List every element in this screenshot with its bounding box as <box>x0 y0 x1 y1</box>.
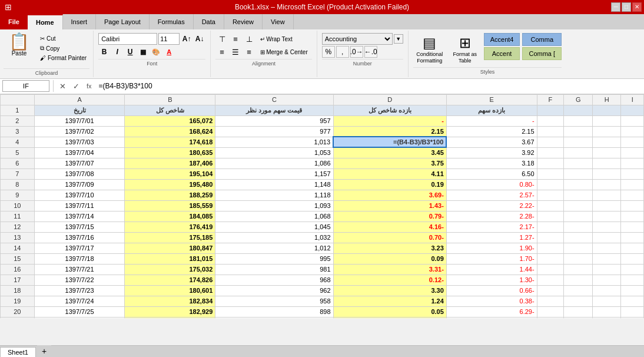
insert-function-button[interactable]: fx <box>84 82 94 90</box>
cell-7-H[interactable] <box>593 168 621 179</box>
cell-21-B[interactable]: 188,575 <box>125 317 215 318</box>
name-box[interactable] <box>2 80 49 92</box>
header-cell-D[interactable]: بازده شاخص کل <box>333 105 446 115</box>
align-center-button[interactable]: ☰ <box>229 46 242 58</box>
cell-19-I[interactable] <box>621 296 644 306</box>
cell-6-G[interactable] <box>564 158 593 168</box>
cell-11-B[interactable]: 184,085 <box>125 211 215 222</box>
cell-7-F[interactable] <box>537 168 564 179</box>
cell-19-B[interactable]: 182,834 <box>125 296 215 306</box>
cell-21-F[interactable] <box>537 317 564 318</box>
cell-3-C[interactable]: 977 <box>215 126 333 137</box>
header-cell-H[interactable] <box>593 105 621 115</box>
row-header-16[interactable]: 16 <box>1 264 35 275</box>
cell-6-A[interactable]: 1397/7/07 <box>34 158 125 168</box>
col-header-e[interactable]: E <box>446 94 537 105</box>
cell-12-E[interactable]: 2.17- <box>446 222 537 232</box>
cell-2-G[interactable] <box>564 115 593 126</box>
cell-16-A[interactable]: 1397/7/21 <box>34 264 125 275</box>
cell-10-B[interactable]: 185,559 <box>125 200 215 211</box>
cell-20-H[interactable] <box>593 306 621 317</box>
cell-10-D[interactable]: 1.43- <box>333 200 446 211</box>
cell-14-I[interactable] <box>621 243 644 253</box>
cell-21-E[interactable]: 0.98 <box>446 317 537 318</box>
cell-14-G[interactable] <box>564 243 593 253</box>
row-header-11[interactable]: 11 <box>1 211 35 222</box>
cell-3-H[interactable] <box>593 126 621 137</box>
cell-10-A[interactable]: 1397/7/11 <box>34 200 125 211</box>
cell-10-H[interactable] <box>593 200 621 211</box>
comma-bracket-button[interactable]: Comma [ <box>522 47 562 60</box>
fill-color-button[interactable]: 🎨 <box>150 46 162 58</box>
cell-16-C[interactable]: 981 <box>215 264 333 275</box>
cell-6-H[interactable] <box>593 158 621 168</box>
row-header-8[interactable]: 8 <box>1 179 35 190</box>
col-header-g[interactable]: G <box>564 94 593 105</box>
header-cell-F[interactable] <box>537 105 564 115</box>
cell-20-A[interactable]: 1397/7/25 <box>34 306 125 317</box>
cell-21-C[interactable]: 907 <box>215 317 333 318</box>
comma-style-button[interactable]: , <box>336 46 349 58</box>
cell-7-I[interactable] <box>621 168 644 179</box>
cell-17-I[interactable] <box>621 275 644 285</box>
row-header-15[interactable]: 15 <box>1 253 35 264</box>
cell-2-D[interactable]: - <box>333 115 446 126</box>
cell-6-D[interactable]: 3.75 <box>333 158 446 168</box>
cell-7-B[interactable]: 195,104 <box>125 168 215 179</box>
italic-button[interactable]: I <box>111 46 123 58</box>
cell-5-H[interactable] <box>593 147 621 158</box>
cell-4-G[interactable] <box>564 137 593 147</box>
cell-8-F[interactable] <box>537 179 564 190</box>
cell-15-I[interactable] <box>621 253 644 264</box>
cell-5-A[interactable]: 1397/7/04 <box>34 147 125 158</box>
cell-11-C[interactable]: 1,068 <box>215 211 333 222</box>
col-header-b[interactable]: B <box>125 94 215 105</box>
cell-5-D[interactable]: 3.45 <box>333 147 446 158</box>
cell-16-B[interactable]: 175,032 <box>125 264 215 275</box>
cell-17-H[interactable] <box>593 275 621 285</box>
cell-18-G[interactable] <box>564 285 593 296</box>
cell-13-I[interactable] <box>621 232 644 243</box>
accent-button[interactable]: Accent <box>484 47 520 60</box>
decrease-font-button[interactable]: A↓ <box>194 33 205 45</box>
cell-18-D[interactable]: 3.30 <box>333 285 446 296</box>
decrease-decimal-button[interactable]: ←.0 <box>364 46 377 58</box>
border-button[interactable]: ▦ <box>137 46 149 58</box>
row-header-19[interactable]: 19 <box>1 296 35 306</box>
cell-6-C[interactable]: 1,086 <box>215 158 333 168</box>
align-middle-button[interactable]: ≡ <box>229 33 242 45</box>
cell-15-D[interactable]: 0.09 <box>333 253 446 264</box>
cell-13-C[interactable]: 1,032 <box>215 232 333 243</box>
row-header-9[interactable]: 9 <box>1 190 35 200</box>
cell-16-E[interactable]: 1.44- <box>446 264 537 275</box>
tab-review[interactable]: Review <box>224 14 263 29</box>
cell-3-A[interactable]: 1397/7/02 <box>34 126 125 137</box>
confirm-formula-button[interactable]: ✓ <box>71 82 82 91</box>
row-header-12[interactable]: 12 <box>1 222 35 232</box>
cell-17-B[interactable]: 174,826 <box>125 275 215 285</box>
cell-12-C[interactable]: 1,045 <box>215 222 333 232</box>
merge-center-button[interactable]: ⊞ Merge & Center <box>256 47 312 57</box>
cell-4-E[interactable]: 3.67 <box>446 137 537 147</box>
format-painter-button[interactable]: 🖌 Format Painter <box>37 54 89 62</box>
cell-16-I[interactable] <box>621 264 644 275</box>
conditional-formatting-button[interactable]: ▤ ConditionalFormatting <box>413 33 446 66</box>
row-header-13[interactable]: 13 <box>1 232 35 243</box>
cell-21-A[interactable]: 1397/7/28 <box>34 317 125 318</box>
cell-12-H[interactable] <box>593 222 621 232</box>
row-header-4[interactable]: 4 <box>1 137 35 147</box>
cell-19-F[interactable] <box>537 296 564 306</box>
row-header-1[interactable]: 1 <box>1 105 35 115</box>
wrap-text-button[interactable]: ↵ Wrap Text <box>256 34 297 44</box>
cell-8-E[interactable]: 0.80- <box>446 179 537 190</box>
cell-7-G[interactable] <box>564 168 593 179</box>
cell-13-H[interactable] <box>593 232 621 243</box>
cell-10-F[interactable] <box>537 200 564 211</box>
col-header-a[interactable]: A <box>34 94 125 105</box>
cell-18-A[interactable]: 1397/7/23 <box>34 285 125 296</box>
cell-3-I[interactable] <box>621 126 644 137</box>
row-header-2[interactable]: 2 <box>1 115 35 126</box>
cell-16-H[interactable] <box>593 264 621 275</box>
cell-8-I[interactable] <box>621 179 644 190</box>
font-color-button[interactable]: A <box>163 46 175 58</box>
